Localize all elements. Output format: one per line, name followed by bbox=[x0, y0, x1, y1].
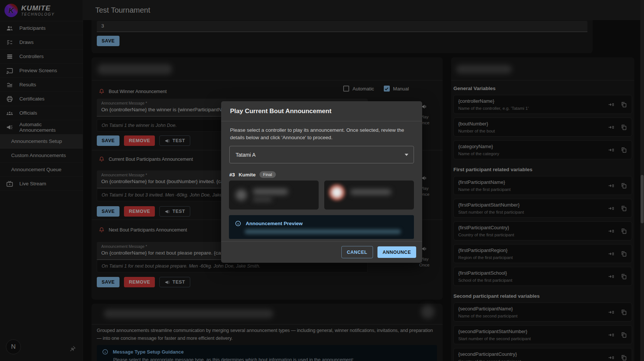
page-scrollbar[interactable] bbox=[640, 0, 644, 361]
redacted-avatar bbox=[329, 184, 345, 201]
play-announcement-dialog: Play Current Bout Announcement Please se… bbox=[221, 101, 422, 263]
preview-title: Announcement Preview bbox=[246, 221, 303, 226]
participant-card-first bbox=[229, 180, 319, 210]
redacted-preview-text bbox=[245, 229, 401, 234]
info-icon bbox=[235, 220, 241, 227]
dialog-title: Play Current Bout Announcement bbox=[230, 108, 331, 115]
controller-select[interactable]: Tatami A bbox=[229, 146, 414, 163]
participant-card-second bbox=[324, 180, 414, 210]
scrollbar-thumb[interactable] bbox=[641, 175, 644, 223]
controller-select-value: Tatami A bbox=[236, 152, 256, 158]
bout-info-row: #3 Kumite Final bbox=[229, 171, 276, 178]
redacted-avatar bbox=[236, 189, 247, 201]
dialog-description: Please select a controller to play its a… bbox=[230, 127, 405, 141]
bout-number: #3 bbox=[229, 172, 235, 178]
redacted-participant-name bbox=[350, 189, 391, 195]
announcement-preview-box: Announcement Preview bbox=[229, 215, 414, 239]
chevron-down-icon bbox=[405, 154, 408, 156]
bout-stage-badge: Final bbox=[259, 171, 276, 178]
redacted-participant-detail bbox=[253, 198, 272, 201]
announce-button[interactable]: ANNOUNCE bbox=[377, 246, 416, 258]
app-root: K KUMITE TECHNOLOGY Participants Draws C… bbox=[0, 0, 644, 361]
cancel-button[interactable]: CANCEL bbox=[341, 246, 373, 258]
bout-type: Kumite bbox=[239, 172, 256, 178]
redacted-participant-name bbox=[253, 189, 288, 195]
dialog-footer: CANCEL ANNOUNCE bbox=[221, 241, 422, 263]
